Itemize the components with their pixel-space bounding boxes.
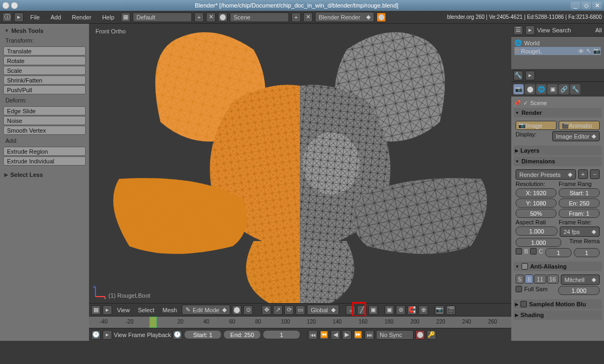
- preset-add-button[interactable]: +: [578, 169, 588, 179]
- snap-icon[interactable]: 🧲: [407, 305, 417, 315]
- outliner-item-world[interactable]: 🌐 World: [514, 39, 601, 47]
- res-x-field[interactable]: X: 1920: [516, 188, 557, 197]
- face-select-mode-icon[interactable]: ▣: [368, 305, 378, 315]
- eye-icon[interactable]: 👁: [578, 48, 584, 54]
- aa-sample-16[interactable]: 16: [547, 274, 559, 284]
- timeline-ruler[interactable]: -40-200204060801001201401601802002202402…: [89, 316, 511, 328]
- time-old-field[interactable]: 1: [545, 248, 571, 257]
- window-maximize-button[interactable]: ◇: [581, 2, 591, 9]
- screen-layout-dropdown[interactable]: Default: [133, 12, 192, 22]
- filter-size-field[interactable]: 1.000: [558, 286, 600, 295]
- render-animation-button[interactable]: 🎬 Animatio: [559, 121, 600, 130]
- aa-sample-5[interactable]: 5: [516, 274, 524, 284]
- aa-section-header[interactable]: Anti-Aliasing: [513, 262, 602, 271]
- collapse-menu-icon[interactable]: ▸: [102, 305, 112, 315]
- tool-smooth-vertex[interactable]: Smooth Vertex: [3, 126, 86, 135]
- editor-type-properties-icon[interactable]: 🔧: [513, 71, 523, 80]
- view3d-menu-select[interactable]: Select: [135, 306, 158, 314]
- limit-selection-icon[interactable]: ▣: [385, 305, 394, 315]
- motion-blur-section-header[interactable]: Sampled Motion Blu: [513, 299, 602, 309]
- jump-end-icon[interactable]: ⏭: [365, 330, 374, 340]
- scene-dropdown[interactable]: Scene: [230, 12, 289, 22]
- tool-noise[interactable]: Noise: [3, 116, 86, 125]
- menu-add[interactable]: Add: [46, 13, 66, 22]
- render-presets-dropdown[interactable]: Render Presets◆: [516, 169, 576, 180]
- tab-modifiers-icon[interactable]: 🔧: [570, 84, 580, 94]
- jump-start-icon[interactable]: ⏮: [308, 330, 318, 340]
- time-new-field[interactable]: 1: [574, 248, 600, 257]
- menu-render[interactable]: Render: [67, 13, 95, 22]
- layout-browse-icon[interactable]: ▦: [121, 12, 131, 22]
- manipulator-toggle-icon[interactable]: ✥: [262, 305, 271, 315]
- proportional-editing-icon[interactable]: ⊚: [396, 305, 406, 315]
- menu-help[interactable]: Help: [98, 13, 119, 22]
- frame-start-field[interactable]: Start: 1: [559, 188, 600, 197]
- aa-filter-dropdown[interactable]: Mitchell◆: [561, 274, 600, 285]
- tab-constraints-icon[interactable]: 🔗: [559, 84, 569, 94]
- aa-sample-8[interactable]: 8: [525, 274, 533, 284]
- tool-translate[interactable]: Translate: [3, 46, 86, 56]
- res-pct-field[interactable]: 50%: [516, 209, 557, 218]
- play-reverse-icon[interactable]: ◀: [331, 330, 340, 340]
- edge-select-mode-icon[interactable]: ╱: [357, 305, 367, 315]
- vertex-select-mode-icon[interactable]: ⬦: [346, 305, 355, 315]
- window-close-button[interactable]: ✕: [592, 2, 602, 9]
- 3d-viewport[interactable]: Front Ortho (1) RougeLBoot z x: [89, 24, 511, 303]
- shading-section-header[interactable]: Shading: [513, 310, 602, 320]
- keying-set-icon[interactable]: 🔑: [427, 330, 436, 340]
- mesh-tools-header[interactable]: Mesh Tools: [2, 26, 87, 36]
- start-frame-field[interactable]: Start: 1: [184, 330, 222, 339]
- layers-section-header[interactable]: Layers: [513, 146, 602, 155]
- viewport-shading-icon[interactable]: ⬤: [232, 305, 242, 315]
- timeline-menu-playback[interactable]: Playback: [147, 332, 171, 338]
- frame-end-field[interactable]: En: 250: [559, 198, 600, 208]
- sync-mode-dropdown[interactable]: No Sync: [376, 330, 414, 340]
- tool-scale[interactable]: Scale: [3, 66, 86, 75]
- crop-checkbox[interactable]: [530, 248, 537, 255]
- aa-sample-11[interactable]: 11: [534, 274, 546, 284]
- fps-dropdown[interactable]: 24 fps◆: [560, 226, 600, 237]
- cursor-icon[interactable]: ↖: [586, 47, 591, 54]
- outliner-item-mesh[interactable]: ▽ RougeL 👁 ↖ 📷: [514, 47, 601, 55]
- tool-rotate[interactable]: Rotate: [3, 56, 86, 65]
- tab-scene-icon[interactable]: ⬤: [525, 84, 535, 94]
- scale-manipulator-icon[interactable]: ▭: [296, 305, 305, 315]
- editor-type-icon[interactable]: ⓘ: [2, 12, 12, 22]
- aspect-x-field[interactable]: 1.000: [516, 226, 558, 236]
- tool-extrude-individual[interactable]: Extrude Individual: [3, 156, 86, 166]
- translate-manipulator-icon[interactable]: ↗: [273, 305, 283, 315]
- collapse-menu-icon[interactable]: ▸: [102, 330, 112, 340]
- opengl-animation-icon[interactable]: 🎬: [446, 305, 456, 315]
- display-mode-dropdown[interactable]: Image Editor◆: [552, 131, 600, 141]
- tool-shrink-fatten[interactable]: Shrink/Fatten: [3, 75, 86, 85]
- outliner[interactable]: 🌐 World ▽ RougeL 👁 ↖ 📷: [511, 37, 604, 69]
- render-section-header[interactable]: Render: [513, 108, 602, 118]
- app-menu-dots[interactable]: ⚪⚪: [2, 2, 19, 9]
- layout-add-button[interactable]: +: [194, 12, 204, 22]
- menu-file[interactable]: File: [26, 13, 44, 22]
- pin-icon[interactable]: 📌: [513, 100, 521, 107]
- current-frame-field[interactable]: 1: [263, 330, 300, 339]
- tool-push-pull[interactable]: Push/Pull: [3, 85, 86, 94]
- timeline-menu-view[interactable]: View: [114, 332, 127, 338]
- border-checkbox[interactable]: [516, 248, 522, 255]
- view3d-menu-mesh[interactable]: Mesh: [159, 306, 180, 314]
- select-less-header[interactable]: Select Less: [2, 170, 87, 180]
- mode-dropdown[interactable]: ✎Edit Mode◆: [182, 305, 230, 315]
- keyframe-prev-icon[interactable]: ⏪: [319, 330, 329, 340]
- play-icon[interactable]: ▶: [342, 330, 352, 340]
- collapse-menu-icon[interactable]: ▸: [14, 12, 24, 22]
- window-minimize-button[interactable]: _: [571, 2, 580, 9]
- rotate-manipulator-icon[interactable]: ⟳: [284, 305, 294, 315]
- outliner-display-mode[interactable]: All: [595, 27, 602, 33]
- outliner-menu-view[interactable]: View: [537, 27, 550, 33]
- render-engine-dropdown[interactable]: Blender Render◆: [315, 12, 374, 22]
- scene-add-button[interactable]: +: [291, 12, 301, 22]
- scene-delete-button[interactable]: ✕: [303, 12, 313, 22]
- aa-checkbox[interactable]: [521, 263, 528, 270]
- res-y-field[interactable]: Y: 1080: [516, 198, 557, 208]
- tool-extrude-region[interactable]: Extrude Region: [3, 147, 86, 156]
- camera-icon[interactable]: 📷: [593, 47, 601, 54]
- scene-browse-icon[interactable]: ⬤: [218, 12, 228, 22]
- collapse-menu-icon[interactable]: ▸: [525, 71, 535, 80]
